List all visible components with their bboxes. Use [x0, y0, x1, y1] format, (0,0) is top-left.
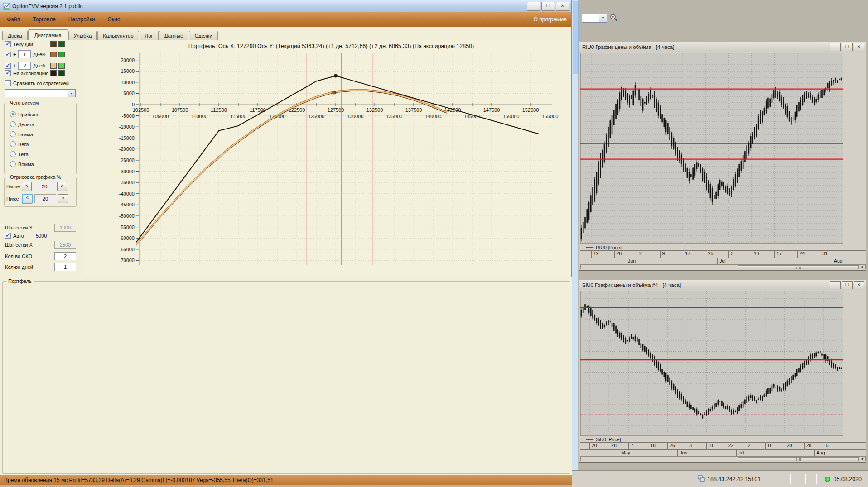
checkbox[interactable]	[5, 52, 11, 57]
text-field[interactable]: 2	[54, 252, 76, 260]
riu0-legend: RIU0 [Price]	[580, 244, 866, 250]
grid-step-x-row: Шаг сетки X2500	[5, 241, 76, 249]
auto-value: 5000	[36, 233, 47, 239]
curve-toggle-row: На экспирацию	[5, 70, 48, 76]
svg-text:-15000: -15000	[119, 135, 135, 141]
curve-toggle-row: +1Дней	[5, 50, 45, 58]
tab-Лог[interactable]: Лог	[140, 31, 159, 40]
dropdown-arrow-icon[interactable]: ▼	[599, 14, 607, 22]
radio[interactable]	[10, 141, 16, 147]
date-cell: 28	[609, 443, 628, 449]
plus-label: +	[13, 63, 16, 68]
svg-text:130000: 130000	[347, 114, 364, 119]
siu0-candle-plot[interactable]	[580, 291, 843, 438]
radio[interactable]	[10, 111, 16, 117]
radio[interactable]	[10, 121, 16, 127]
text-field[interactable]: 1000	[54, 224, 76, 232]
minimize-icon[interactable]: —	[830, 281, 841, 289]
date-cell: 28	[804, 443, 824, 449]
tabstrip: ДоскаДиаграммаУлыбкаКалькуляторЛогДанные…	[0, 27, 571, 40]
riu0-hscrollbar[interactable]: ▶	[580, 264, 866, 269]
right-arrow-icon[interactable]: >	[57, 182, 67, 191]
checkbox[interactable]	[5, 63, 11, 69]
date-cell: 19	[591, 251, 614, 258]
scrollbar-thumb[interactable]	[738, 265, 859, 269]
text-field[interactable]: 2500	[54, 241, 76, 249]
radio-label: Тета	[18, 152, 29, 157]
tab-Сделки[interactable]: Сделки	[189, 31, 217, 40]
radio-option-Вомма: Вомма	[10, 161, 34, 167]
close-icon[interactable]: ✕	[556, 2, 569, 11]
tab-Диаграмма[interactable]: Диаграмма	[28, 29, 68, 40]
radio-label: Вомма	[18, 162, 34, 167]
background-combobox[interactable]: ▼	[582, 14, 607, 23]
tab-Улыбка[interactable]: Улыбка	[68, 31, 97, 40]
restore-icon[interactable]: ❐	[842, 281, 853, 289]
curve-label: Дней	[33, 52, 45, 57]
siu0-month-axis: MayJunJulAug	[580, 449, 866, 456]
mdi-vertical-scrollbar[interactable]	[572, 0, 578, 485]
maximize-icon[interactable]: ❐	[541, 2, 555, 11]
close-icon[interactable]: ✕	[854, 43, 864, 51]
date-cell: 24	[797, 251, 820, 258]
minimize-icon[interactable]: —	[830, 43, 841, 51]
date-cell: 5	[824, 443, 843, 449]
titlebar[interactable]: OptionFVV версия 2.1 public — ❐ ✕	[0, 0, 571, 13]
tab-Доска[interactable]: Доска	[2, 31, 28, 40]
close-icon[interactable]: ✕	[854, 281, 864, 289]
month-cell: Jun	[677, 450, 736, 456]
scrollbar-thumb[interactable]	[573, 1, 579, 74]
svg-text:-25000: -25000	[119, 158, 135, 163]
scroll-right-icon[interactable]: ▶	[860, 265, 865, 269]
svg-text:155000: 155000	[542, 114, 559, 119]
svg-text:-65000: -65000	[119, 247, 135, 252]
radio[interactable]	[10, 131, 16, 137]
riu0-date-axis: 1926291725310172431	[580, 250, 866, 258]
scroll-right-icon[interactable]: ▶	[860, 457, 865, 461]
pl-chart[interactable]: 20000150001000050000-5000-10000-15000-20…	[0, 40, 571, 277]
riu0-candle-plot[interactable]	[580, 53, 843, 246]
svg-text:-5000: -5000	[122, 113, 135, 119]
checkbox[interactable]	[5, 80, 11, 86]
month-cell	[580, 258, 626, 264]
siu0-hscrollbar[interactable]: ▶	[580, 456, 866, 461]
dropdown-arrow-icon[interactable]: ▼	[68, 90, 75, 97]
days-input[interactable]: 2	[18, 62, 31, 70]
checkbox[interactable]	[5, 233, 11, 239]
menu-item[interactable]: Файл	[0, 12, 27, 27]
svg-text:-70000: -70000	[119, 258, 135, 263]
strategy-combobox[interactable]: ▼	[5, 89, 76, 97]
window-titlebar[interactable]: RIU0 График цены и объёма - [4 часа] — ❐…	[579, 42, 866, 52]
date-cell: 25	[706, 251, 729, 258]
color-swatch	[58, 70, 65, 76]
checkbox[interactable]	[5, 41, 11, 47]
scrollbar-thumb[interactable]	[738, 457, 859, 461]
minimize-icon[interactable]: —	[527, 2, 540, 11]
date-cell: 3	[687, 443, 706, 449]
restore-icon[interactable]: ❐	[842, 43, 853, 51]
desktop: OptionFVV версия 2.1 public — ❐ ✕ ФайлТо…	[0, 0, 868, 487]
checkbox[interactable]	[5, 70, 11, 76]
left-arrow-icon[interactable]: <	[22, 194, 33, 204]
window-titlebar[interactable]: SiU0 График цены и объёма #4 - [4 часа] …	[579, 280, 866, 290]
right-arrow-icon[interactable]: >	[58, 194, 68, 203]
date-cell	[580, 251, 591, 258]
percent-value[interactable]: 20	[34, 194, 56, 203]
magnifier-icon[interactable]	[610, 14, 618, 24]
tab-Калькулятор[interactable]: Калькулятор	[97, 31, 139, 40]
riu0-price-window: RIU0 График цены и объёма - [4 часа] — ❐…	[579, 42, 866, 271]
menu-item[interactable]: Торговля	[27, 12, 62, 27]
menu-item[interactable]: Настройки	[62, 12, 101, 27]
text-field[interactable]: 1	[54, 263, 76, 271]
status-bar: Время обновления 15 мс Profit=5733,39 De…	[0, 475, 572, 485]
radio[interactable]	[10, 151, 16, 157]
tab-Данные[interactable]: Данные	[159, 31, 189, 40]
radio-option-Тета: Тета	[10, 151, 29, 157]
menu-item-about[interactable]: О программе	[534, 16, 567, 23]
left-arrow-icon[interactable]: <	[22, 182, 32, 191]
days-input[interactable]: 1	[18, 50, 31, 58]
menu-item[interactable]: Окно	[101, 12, 127, 27]
radio[interactable]	[10, 161, 16, 167]
curve-toggle-row: +2Дней	[5, 62, 45, 70]
percent-value[interactable]: 20	[34, 182, 55, 191]
